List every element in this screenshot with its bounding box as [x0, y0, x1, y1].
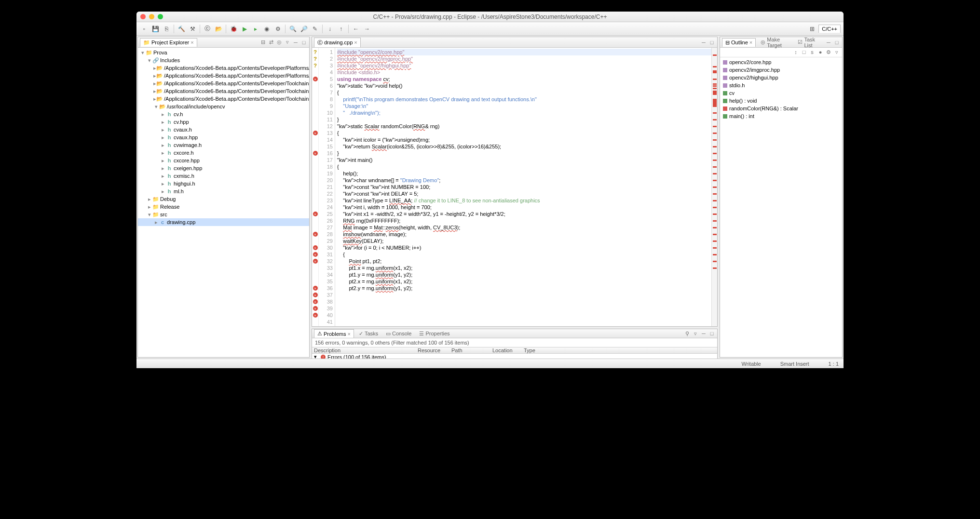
outline-view: ⊟ Outline × ◎ Make Target ☑ Task List ─ … — [720, 37, 843, 358]
focus-icon[interactable]: ⚙ — [825, 49, 832, 55]
search-icon[interactable]: 🔎 — [299, 24, 309, 34]
outline-item[interactable]: stdio.h — [720, 81, 842, 89]
status-cursor-pos: 1 : 1 — [829, 361, 839, 367]
maximize-icon[interactable]: □ — [708, 39, 715, 46]
perspective-cpp[interactable]: C/C++ — [818, 25, 841, 33]
close-icon[interactable]: × — [749, 40, 752, 45]
close-icon[interactable]: × — [354, 40, 357, 45]
view-menu-icon[interactable]: ▿ — [284, 39, 291, 46]
hide-fields-icon[interactable]: □ — [801, 49, 807, 55]
tree-item[interactable]: 📂/Applications/Xcode6-Beta.app/Contents/… — [138, 72, 309, 80]
editor-tab-drawing[interactable]: ⓒ drawing.cpp × — [314, 38, 361, 47]
problems-summary: 156 errors, 0 warnings, 0 others (Filter… — [312, 338, 717, 347]
save-all-icon[interactable]: ⎘ — [162, 24, 171, 34]
titlebar: C/C++ - Prova/src/drawing.cpp - Eclipse … — [136, 12, 844, 22]
outline-item[interactable]: main() : int — [720, 112, 842, 120]
minimize-icon[interactable]: ─ — [700, 330, 707, 337]
tab-tasks[interactable]: ✓ Tasks — [356, 330, 381, 338]
tree-item[interactable]: highgui.h — [138, 180, 309, 187]
window-title: C/C++ - Prova/src/drawing.cpp - Eclipse … — [136, 13, 844, 20]
tree-item[interactable]: 📁Prova — [138, 49, 309, 56]
tab-console[interactable]: ▭ Console — [383, 330, 414, 338]
tree-item[interactable]: 📂/Applications/Xcode6-Beta.app/Contents/… — [138, 80, 309, 87]
tree-item[interactable]: drawing.cpp — [138, 218, 309, 226]
save-icon[interactable]: 💾 — [150, 24, 160, 34]
minimize-icon[interactable]: ─ — [825, 39, 832, 46]
tab-properties[interactable]: ☰ Properties — [416, 330, 452, 338]
tree-item[interactable]: 📁Release — [138, 203, 309, 211]
project-explorer-tab[interactable]: 📁 Project Explorer × — [140, 38, 197, 47]
outline-tree[interactable]: opencv2/core.hppopencv2/imgproc.hppopenc… — [720, 57, 842, 357]
tree-item[interactable]: cvaux.hpp — [138, 133, 309, 141]
tree-item[interactable]: 📁Debug — [138, 195, 309, 203]
back-icon[interactable]: ← — [351, 24, 361, 34]
maximize-icon[interactable]: □ — [708, 330, 715, 337]
build-icon[interactable]: 🔨 — [177, 24, 186, 34]
tree-item[interactable]: cxeigen.hpp — [138, 164, 309, 172]
maximize-icon[interactable]: □ — [300, 39, 307, 46]
toggle-mark-icon[interactable]: ✎ — [310, 24, 320, 34]
tab-problems[interactable]: ⚠ Problems × — [314, 329, 354, 338]
tree-item[interactable]: 📂/Applications/Xcode6-Beta.app/Contents/… — [138, 87, 309, 95]
status-insert-mode: Smart Insert — [780, 361, 809, 367]
tree-item[interactable]: cxmisc.h — [138, 172, 309, 180]
tree-item[interactable]: ml.h — [138, 187, 309, 195]
tree-item[interactable]: 🔗Includes — [138, 56, 309, 64]
tree-item[interactable]: cvwimage.h — [138, 141, 309, 149]
forward-icon[interactable]: → — [362, 24, 372, 34]
tree-item[interactable]: cvaux.h — [138, 126, 309, 133]
open-type-icon[interactable]: 🔍 — [288, 24, 298, 34]
tab-outline[interactable]: ⊟ Outline × — [722, 38, 756, 47]
eclipse-window: C/C++ - Prova/src/drawing.cpp - Eclipse … — [136, 12, 844, 368]
external-tools-icon[interactable]: ⚙ — [273, 24, 283, 34]
new-class-icon[interactable]: ⓒ — [203, 24, 212, 34]
status-writable: Writable — [742, 361, 761, 367]
link-editor-icon[interactable]: ⇄ — [268, 39, 274, 46]
view-menu-icon[interactable]: ▿ — [833, 49, 840, 55]
open-perspective-icon[interactable]: ⊞ — [807, 24, 817, 34]
filter-icon[interactable]: ⚲ — [684, 330, 691, 337]
run-icon[interactable]: ▶ — [240, 24, 249, 34]
tab-make-target[interactable]: ◎ Make Target — [758, 36, 793, 49]
outline-item[interactable]: opencv2/highgui.hpp — [720, 74, 842, 81]
tree-item[interactable]: cxcore.hpp — [138, 157, 309, 164]
next-annotation-icon[interactable]: ↓ — [325, 24, 335, 34]
overview-ruler[interactable] — [711, 48, 717, 326]
tree-item[interactable]: 📁src — [138, 211, 309, 218]
build-all-icon[interactable]: ⚒ — [188, 24, 197, 34]
run-last-icon[interactable]: ▸ — [251, 24, 260, 34]
close-icon[interactable]: × — [347, 331, 350, 337]
collapse-all-icon[interactable]: ⊟ — [259, 39, 266, 46]
hide-non-public-icon[interactable]: ● — [817, 49, 824, 55]
outline-item[interactable]: help() : void — [720, 97, 842, 105]
tree-item[interactable]: cxcore.h — [138, 149, 309, 157]
maximize-icon[interactable]: □ — [833, 39, 840, 46]
tree-item[interactable]: 📂/Applications/Xcode6-Beta.app/Contents/… — [138, 64, 309, 72]
focus-task-icon[interactable]: ◎ — [276, 39, 283, 46]
minimize-icon[interactable]: ─ — [292, 39, 299, 46]
outline-item[interactable]: randomColor(RNG&) : Scalar — [720, 105, 842, 112]
minimize-icon[interactable]: ─ — [700, 39, 707, 46]
tree-item[interactable]: 📂/Applications/Xcode6-Beta.app/Contents/… — [138, 95, 309, 103]
view-menu-icon[interactable]: ▿ — [692, 330, 699, 337]
profile-icon[interactable]: ◉ — [262, 24, 272, 34]
main-toolbar: ▫ 💾 ⎘ 🔨 ⚒ ⓒ 📂 🐞 ▶ ▸ ◉ ⚙ 🔍 🔎 ✎ ↓ ↑ ← → ⊞ … — [136, 22, 844, 36]
new-icon[interactable]: ▫ — [139, 24, 149, 34]
outline-item[interactable]: opencv2/imgproc.hpp — [720, 66, 842, 74]
hide-static-icon[interactable]: s — [809, 49, 816, 55]
code-editor[interactable]: ???××××××××××××× 12345678910111213141516… — [312, 48, 717, 326]
tree-item[interactable]: cv.hpp — [138, 118, 309, 126]
tree-item[interactable]: 📂/usr/local/include/opencv — [138, 103, 309, 110]
new-folder-icon[interactable]: 📂 — [214, 24, 223, 34]
status-bar: Writable Smart Insert 1 : 1 — [136, 359, 844, 368]
tree-item[interactable]: cv.h — [138, 110, 309, 118]
project-tree[interactable]: 📁Prova🔗Includes📂/Applications/Xcode6-Bet… — [138, 48, 309, 357]
sort-icon[interactable]: ↕ — [792, 49, 799, 55]
close-icon[interactable]: × — [191, 40, 193, 45]
outline-item[interactable]: cv — [720, 89, 842, 97]
debug-icon[interactable]: 🐞 — [229, 24, 238, 34]
outline-item[interactable]: opencv2/core.hpp — [720, 58, 842, 66]
problems-header[interactable]: Description Resource Path Location Type — [312, 347, 717, 354]
prev-annotation-icon[interactable]: ↑ — [336, 24, 346, 34]
tab-task-list[interactable]: ☑ Task List — [795, 36, 823, 49]
